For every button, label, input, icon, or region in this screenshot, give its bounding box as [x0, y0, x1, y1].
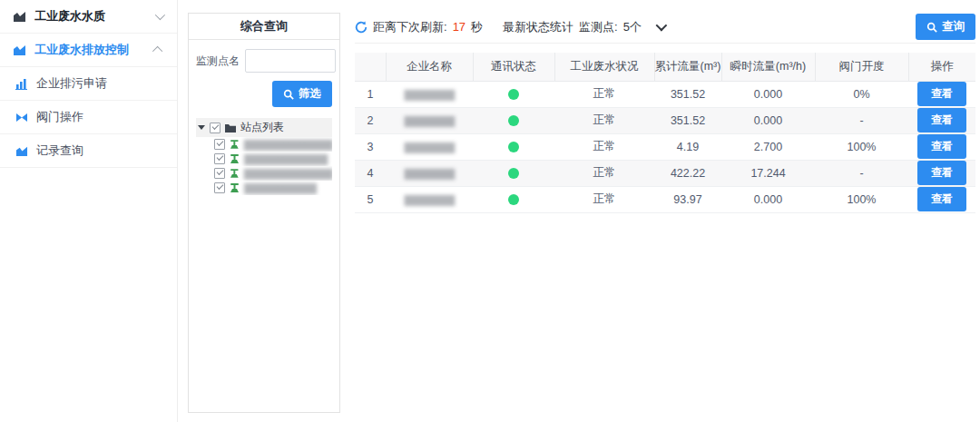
- tree-item-checkbox[interactable]: [214, 153, 225, 164]
- tree-station-item[interactable]: ████████████████: [196, 166, 332, 181]
- row-index: 3: [355, 133, 386, 160]
- row-index: 1: [355, 81, 386, 107]
- panel-title: 综合查询: [189, 14, 339, 40]
- valve-green-icon: [229, 182, 240, 193]
- search-icon: [283, 89, 294, 100]
- valve-green-icon: [229, 139, 240, 150]
- waste-status: 正常: [554, 133, 654, 160]
- chevron-up-icon: [152, 46, 162, 56]
- filter-button[interactable]: 筛选: [272, 81, 332, 107]
- station-name-masked: ███████████████: [244, 154, 327, 164]
- status-dot: [508, 168, 519, 179]
- points-count: 5个: [623, 19, 642, 35]
- company-name-masked: █████████: [405, 116, 455, 126]
- seconds-unit: 秒: [471, 19, 483, 35]
- table-header-row: 企业名称 通讯状态 工业废水状况 累计流量(m³) 瞬时流量(m³/h) 阀门开…: [355, 53, 975, 81]
- area-chart-icon: [15, 145, 28, 157]
- tree-station-item[interactable]: ███████████████: [196, 152, 332, 166]
- sidebar-item-label: 阀门操作: [36, 109, 164, 125]
- total-flow: 93.97: [654, 186, 721, 212]
- sidebar: 工业废水水质 工业废水排放控制 企业排污申请 阀门操作 记录查询: [0, 0, 178, 422]
- view-button[interactable]: 查看: [917, 187, 966, 211]
- caret-down-icon: [198, 125, 205, 130]
- tree-item-checkbox[interactable]: [214, 168, 225, 179]
- query-panel: 综合查询 监测点名 筛选 站点列表: [188, 13, 340, 413]
- main-content: 距离下次刷新: 17 秒 最新状态统计 监测点: 5个 查询: [355, 13, 975, 213]
- station-name-label: 监测点名: [196, 54, 240, 69]
- valve-green-icon: [229, 168, 240, 179]
- refresh-seconds: 17: [453, 20, 466, 34]
- valve-open: 100%: [815, 186, 908, 212]
- col-index: [355, 53, 386, 81]
- valve-open: 0%: [815, 81, 908, 107]
- station-name-masked: ████████████████: [244, 140, 332, 150]
- status-dot: [508, 194, 519, 205]
- valve-open: 100%: [815, 133, 908, 160]
- sidebar-item-pollution-apply[interactable]: 企业排污申请: [0, 67, 177, 101]
- instant-flow: 17.244: [721, 160, 815, 186]
- tree-item-checkbox[interactable]: [214, 139, 225, 150]
- total-flow: 351.52: [654, 81, 721, 107]
- sidebar-item-water-quality[interactable]: 工业废水水质: [0, 0, 177, 34]
- row-index: 4: [355, 160, 386, 186]
- total-flow: 351.52: [654, 107, 721, 133]
- table-row: 1 █████████ 正常 351.52 0.000 0% 查看: [355, 81, 975, 107]
- stations-table: 企业名称 通讯状态 工业废水状况 累计流量(m³) 瞬时流量(m³/h) 阀门开…: [355, 53, 975, 213]
- tree-root-checkbox[interactable]: [210, 123, 220, 133]
- folder-icon: [224, 123, 237, 133]
- status-dot: [508, 89, 519, 100]
- station-name-masked: ████████████████: [244, 169, 332, 179]
- instant-flow: 0.000: [721, 81, 815, 107]
- sidebar-item-label: 工业废水水质: [34, 8, 147, 25]
- total-flow: 422.22: [654, 160, 721, 186]
- col-action: 操作: [908, 53, 975, 81]
- col-valve-open: 阀门开度: [815, 53, 908, 81]
- col-instant-flow: 瞬时流量(m³/h): [721, 53, 815, 81]
- points-label: 监测点:: [579, 19, 618, 35]
- tree-item-checkbox[interactable]: [214, 182, 225, 193]
- app-window: 工业废水水质 工业废水排放控制 企业排污申请 阀门操作 记录查询 综合查询 监测…: [0, 0, 980, 422]
- company-name-masked: █████████: [405, 169, 455, 179]
- chevron-down-icon[interactable]: [656, 20, 668, 32]
- valve-open: -: [815, 107, 908, 133]
- col-waste-status: 工业废水状况: [554, 53, 654, 81]
- table-row: 2 █████████ 正常 351.52 0.000 - 查看: [355, 107, 975, 133]
- company-name-masked: █████████: [405, 195, 455, 205]
- view-button[interactable]: 查看: [917, 108, 966, 132]
- sidebar-item-discharge-control[interactable]: 工业废水排放控制: [0, 34, 177, 67]
- view-button[interactable]: 查看: [917, 134, 966, 159]
- instant-flow: 0.000: [721, 107, 815, 133]
- sidebar-item-record-query[interactable]: 记录查询: [0, 134, 177, 168]
- waste-status: 正常: [554, 81, 654, 107]
- view-button[interactable]: 查看: [917, 161, 966, 185]
- sidebar-item-label: 记录查询: [36, 142, 164, 159]
- col-comm-status: 通讯状态: [473, 53, 554, 81]
- company-name-masked: █████████: [405, 90, 455, 100]
- waste-status: 正常: [554, 186, 654, 212]
- status-dot: [508, 142, 519, 152]
- chevron-down-icon: [155, 10, 165, 20]
- instant-flow: 0.000: [721, 186, 815, 212]
- valve-green-icon: [229, 153, 240, 164]
- row-index: 2: [355, 107, 386, 133]
- sidebar-item-label: 企业排污申请: [36, 75, 164, 92]
- tree-station-item[interactable]: █████████████: [196, 181, 332, 195]
- col-total-flow: 累计流量(m³): [654, 53, 721, 81]
- refresh-label: 距离下次刷新:: [373, 19, 447, 35]
- station-name-input[interactable]: [245, 49, 336, 73]
- total-flow: 4.19: [654, 133, 721, 160]
- query-button[interactable]: 查询: [916, 14, 975, 40]
- view-button[interactable]: 查看: [917, 82, 966, 106]
- tree-root-label: 站点列表: [240, 120, 284, 135]
- status-dot: [508, 115, 519, 126]
- search-icon: [926, 22, 937, 33]
- area-chart-icon: [13, 44, 26, 56]
- row-index: 5: [355, 186, 386, 212]
- company-name-masked: █████████: [405, 142, 455, 152]
- tree-station-item[interactable]: ████████████████: [196, 137, 332, 152]
- station-name-masked: █████████████: [244, 183, 316, 193]
- status-toolbar: 距离下次刷新: 17 秒 最新状态统计 监测点: 5个 查询: [355, 13, 975, 44]
- tree-root-station-list[interactable]: 站点列表: [196, 118, 332, 137]
- table-row: 3 █████████ 正常 4.19 2.700 100% 查看: [355, 133, 975, 160]
- sidebar-item-valve-operation[interactable]: 阀门操作: [0, 101, 177, 134]
